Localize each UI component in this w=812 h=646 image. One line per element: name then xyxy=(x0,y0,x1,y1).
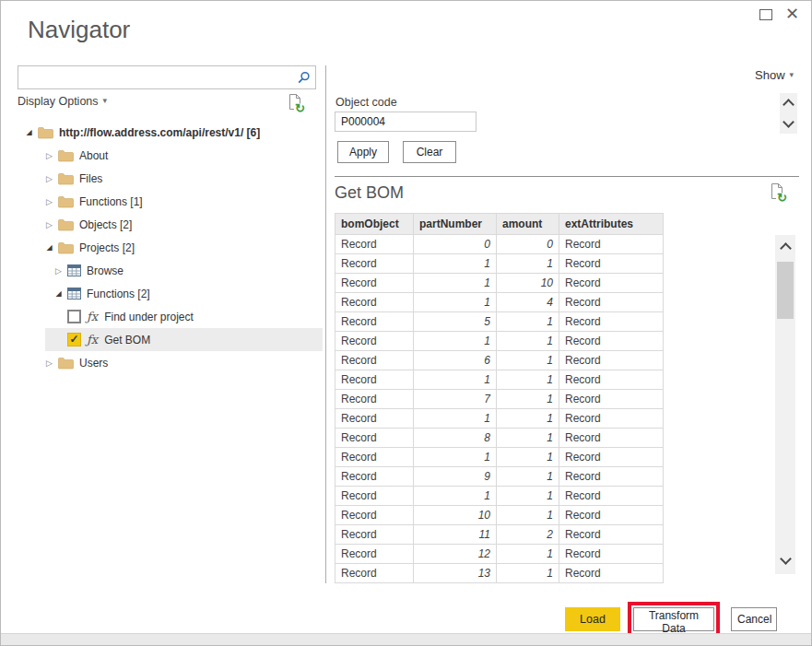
checkbox-checked[interactable]: ✓ xyxy=(67,333,81,346)
table-cell: 1 xyxy=(497,429,559,448)
collapse-arrow-icon[interactable]: ▷ xyxy=(43,220,55,229)
table-cell: Record xyxy=(559,564,664,583)
table-cell: Record xyxy=(335,390,414,409)
tree-item-browse[interactable]: ▷ Browse xyxy=(18,259,323,282)
table-cell: 1 xyxy=(497,332,559,351)
chevron-down-icon: ▾ xyxy=(103,96,108,105)
table-row: Record11Record xyxy=(335,487,664,506)
refresh-tree-button[interactable]: ↻ xyxy=(288,93,302,111)
tree-item-functions-2[interactable]: ◢ Functions [2] xyxy=(18,282,323,305)
chevron-down-icon: ▾ xyxy=(790,70,794,79)
maximize-icon[interactable] xyxy=(759,9,772,20)
chevron-down-icon xyxy=(783,116,794,128)
table-cell: 1 xyxy=(497,312,559,332)
table-cell: Record xyxy=(559,506,664,525)
table-row: Record121Record xyxy=(335,545,664,564)
section-divider xyxy=(335,176,799,177)
show-label: Show xyxy=(755,68,785,82)
tree-item-find-under-project[interactable]: ƒx Find under project xyxy=(18,305,323,328)
expand-arrow-icon[interactable]: ◢ xyxy=(23,128,35,136)
table-cell: 1 xyxy=(497,467,559,487)
scroll-up-button[interactable] xyxy=(775,237,795,257)
table-cell: Record xyxy=(559,254,664,274)
table-cell: Record xyxy=(559,545,664,564)
table-cell: 1 xyxy=(497,351,559,370)
collapse-arrow-icon[interactable]: ▷ xyxy=(43,358,55,368)
tree-item-functions-1[interactable]: ▷ Functions [1] xyxy=(18,190,323,213)
table-cell: Record xyxy=(335,274,414,293)
column-header: extAttributes xyxy=(559,214,664,235)
clear-button[interactable]: Clear xyxy=(403,141,456,163)
table-cell: 8 xyxy=(414,429,497,448)
table-cell: 11 xyxy=(414,525,497,545)
cancel-button[interactable]: Cancel xyxy=(731,607,777,631)
show-dropdown[interactable]: Show▾ xyxy=(755,68,794,82)
tree-item-get-bom[interactable]: ✓ ƒx Get BOM xyxy=(45,328,323,351)
load-button[interactable]: Load xyxy=(565,607,620,631)
table-row: Record11Record xyxy=(335,370,664,390)
navigation-tree: ◢ http://flow.address.com/api/rest/v1/ [… xyxy=(18,121,323,374)
apply-button[interactable]: Apply xyxy=(337,141,389,163)
tree-item-projects[interactable]: ◢ Projects [2] xyxy=(18,236,323,259)
tree-item-root-url[interactable]: ◢ http://flow.address.com/api/rest/v1/ [… xyxy=(18,121,323,144)
table-cell: Record xyxy=(335,448,414,467)
collapse-arrow-icon[interactable]: ▷ xyxy=(43,151,55,160)
table-scrollbar[interactable] xyxy=(775,235,795,574)
collapse-arrow-icon[interactable]: ▷ xyxy=(43,197,55,206)
tree-item-label: Functions [2] xyxy=(87,288,150,300)
table-cell: Record xyxy=(559,312,664,332)
scrollbar-thumb[interactable] xyxy=(777,262,794,319)
table-cell: 6 xyxy=(414,351,497,370)
collapse-arrow-icon[interactable]: ▷ xyxy=(53,266,65,276)
scroll-down-button[interactable] xyxy=(780,113,797,134)
table-cell: 1 xyxy=(414,274,497,293)
panel-scrollbar[interactable] xyxy=(780,93,797,134)
table-cell: 0 xyxy=(497,235,559,254)
folder-icon xyxy=(58,149,74,162)
expand-arrow-icon[interactable]: ◢ xyxy=(43,243,55,252)
table-cell: 10 xyxy=(497,274,559,293)
collapse-arrow-icon[interactable]: ▷ xyxy=(43,174,55,183)
table-cell: Record xyxy=(335,351,414,370)
refresh-icon: ↻ xyxy=(295,102,305,114)
preview-table: bomObjectpartNumberamountextAttributes R… xyxy=(335,213,664,583)
tree-item-label: About xyxy=(79,149,108,162)
folder-icon xyxy=(58,218,74,231)
table-cell: 1 xyxy=(497,564,559,583)
table-cell: 7 xyxy=(414,390,497,409)
page-title: Navigator xyxy=(28,16,130,44)
scroll-down-button[interactable] xyxy=(775,550,795,570)
tree-item-label: Find under project xyxy=(104,311,194,323)
object-code-field[interactable] xyxy=(335,112,477,132)
display-options-dropdown[interactable]: Display Options▾ xyxy=(18,95,107,108)
refresh-icon: ↻ xyxy=(777,192,787,204)
table-cell: 1 xyxy=(497,506,559,525)
close-icon[interactable]: ✕ xyxy=(785,4,799,24)
tree-item-users[interactable]: ▷ Users xyxy=(18,351,323,374)
expand-arrow-icon[interactable]: ◢ xyxy=(53,289,65,298)
table-cell: Record xyxy=(335,506,414,525)
table-cell: Record xyxy=(559,274,664,293)
refresh-preview-button[interactable]: ↻ xyxy=(770,182,784,200)
search-input[interactable] xyxy=(18,66,299,88)
transform-data-button[interactable]: Transform Data xyxy=(633,607,714,631)
table-row: Record11Record xyxy=(335,254,664,274)
navigator-dialog: Navigator ✕ Display Options▾ ↻ ◢ http://… xyxy=(0,0,812,646)
table-cell: 10 xyxy=(414,506,497,525)
tree-item-about[interactable]: ▷ About xyxy=(18,144,323,167)
table-cell: Record xyxy=(559,467,664,487)
tree-item-objects[interactable]: ▷ Objects [2] xyxy=(18,213,323,236)
table-icon xyxy=(67,288,81,300)
scroll-up-button[interactable] xyxy=(780,93,797,113)
table-cell: Record xyxy=(335,467,414,487)
table-cell: Record xyxy=(335,545,414,564)
table-cell: 1 xyxy=(414,409,497,429)
checkbox-unchecked[interactable] xyxy=(67,310,81,323)
tree-item-files[interactable]: ▷ Files xyxy=(18,167,323,190)
table-cell: Record xyxy=(335,370,414,390)
table-cell: 13 xyxy=(414,564,497,583)
search-icon xyxy=(297,71,311,88)
table-cell: 4 xyxy=(497,293,559,312)
function-icon: ƒx xyxy=(87,310,98,323)
preview-title: Get BOM xyxy=(335,183,404,203)
